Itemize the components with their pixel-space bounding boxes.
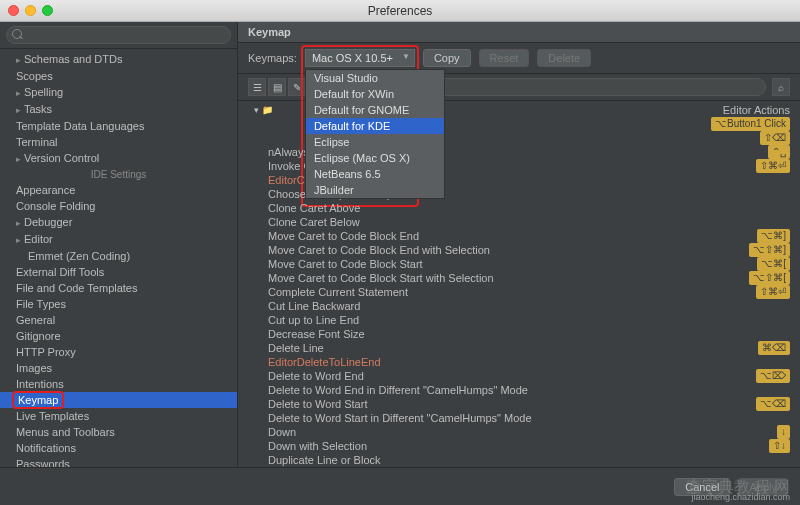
shortcut-badge: ⇧⌫ — [760, 131, 790, 145]
tree-item-emmet-zen-coding-[interactable]: Emmet (Zen Coding) — [0, 248, 237, 264]
tree-item-menus-and-toolbars[interactable]: Menus and Toolbars — [0, 424, 237, 440]
tree-item-intentions[interactable]: Intentions — [0, 376, 237, 392]
tree-item-file-and-code-templates[interactable]: File and Code Templates — [0, 280, 237, 296]
action-name: Duplicate Line or Block — [268, 453, 381, 467]
tree-item-live-templates[interactable]: Live Templates — [0, 408, 237, 424]
action-row[interactable]: Delete to Word Start⌥⌫ — [238, 397, 800, 411]
shortcut-badge: ⌥Button1 Click — [711, 117, 790, 131]
shortcut-badge: ⌥⌫ — [756, 397, 790, 411]
dropdown-item[interactable]: Eclipse — [306, 134, 444, 150]
action-name: Cut Line Backward — [268, 299, 360, 313]
copy-button[interactable]: Copy — [423, 49, 471, 67]
tree-item-notifications[interactable]: Notifications — [0, 440, 237, 456]
shortcut-badge: ⌥⌦ — [756, 369, 790, 383]
keymap-dropdown[interactable]: Visual StudioDefault for XWinDefault for… — [305, 69, 445, 199]
shortcut-badge: ⌥⌘[ — [757, 257, 790, 271]
action-row[interactable]: Delete to Word End in Different "CamelHu… — [238, 383, 800, 397]
sidebar-search-input[interactable] — [6, 26, 231, 44]
action-row[interactable]: Delete Line⌘⌫ — [238, 341, 800, 355]
action-name: Clone Caret Below — [268, 215, 360, 229]
tree-item-file-types[interactable]: File Types — [0, 296, 237, 312]
reset-button: Reset — [479, 49, 530, 67]
tree-item-gitignore[interactable]: Gitignore — [0, 328, 237, 344]
action-search-input[interactable] — [392, 78, 766, 96]
keymaps-label: Keymaps: — [248, 52, 297, 64]
shortcut-badge: ⇧⌘⏎ — [756, 159, 790, 173]
action-name: Down with Selection — [268, 439, 367, 453]
watermark: 查字典教 程 网 jiaocheng.chazidian.com — [686, 481, 790, 503]
action-name: Down — [268, 425, 296, 439]
tree-item-images[interactable]: Images — [0, 360, 237, 376]
settings-tree[interactable]: Schemas and DTDsScopesSpellingTasksTempl… — [0, 49, 237, 467]
tree-item-debugger[interactable]: Debugger — [0, 214, 237, 231]
shortcut-badge: ⌃␣ — [768, 145, 790, 159]
action-row[interactable]: EditorDeleteToLineEnd — [238, 355, 800, 369]
action-row[interactable]: Complete Current Statement⇧⌘⏎ — [238, 285, 800, 299]
action-row[interactable]: Decrease Font Size — [238, 327, 800, 341]
action-name: Move Caret to Code Block Start with Sele… — [268, 271, 494, 285]
find-shortcut-icon[interactable]: ⌕ — [772, 78, 790, 96]
tree-item-console-folding[interactable]: Console Folding — [0, 198, 237, 214]
action-row[interactable]: Clone Caret Below — [238, 215, 800, 229]
action-name: Complete Current Statement — [268, 285, 408, 299]
tree-item-terminal[interactable]: Terminal — [0, 134, 237, 150]
tree-item-external-diff-tools[interactable]: External Diff Tools — [0, 264, 237, 280]
filter-icons: ☰ ▤ ✎ — [248, 78, 306, 96]
footer: Cancel Apply 查字典教 程 网 jiaocheng.chazidia… — [0, 467, 800, 505]
tree-item-tasks[interactable]: Tasks — [0, 101, 237, 118]
dropdown-item[interactable]: Eclipse (Mac OS X) — [306, 150, 444, 166]
dropdown-item[interactable]: JBuilder — [306, 182, 444, 198]
sidebar-search-row — [0, 22, 237, 49]
action-row[interactable]: Clone Caret Above — [238, 201, 800, 215]
tree-item-spelling[interactable]: Spelling — [0, 84, 237, 101]
main-area: Schemas and DTDsScopesSpellingTasksTempl… — [0, 22, 800, 467]
tree-item-schemas-and-dtds[interactable]: Schemas and DTDs — [0, 51, 237, 68]
collapse-icon[interactable]: ▤ — [268, 78, 286, 96]
tree-item-version-control[interactable]: Version Control — [0, 150, 237, 167]
action-row[interactable]: Move Caret to Code Block Start⌥⌘[ — [238, 257, 800, 271]
tree-item-template-data-languages[interactable]: Template Data Languages — [0, 118, 237, 134]
action-row[interactable]: Cut Line Backward — [238, 299, 800, 313]
shortcut-badge: ⇧⌘⏎ — [756, 285, 790, 299]
delete-button: Delete — [537, 49, 591, 67]
action-name: Delete to Word Start — [268, 397, 367, 411]
watermark-big: 查字典教 程 网 — [686, 481, 790, 492]
dropdown-item[interactable]: Default for KDE — [306, 118, 444, 134]
action-row[interactable]: Delete to Word End⌥⌦ — [238, 369, 800, 383]
tree-item-passwords[interactable]: Passwords — [0, 456, 237, 467]
keymap-select-wrap: Mac OS X 10.5+ Visual StudioDefault for … — [305, 49, 415, 67]
action-row[interactable]: Move Caret to Code Block End with Select… — [238, 243, 800, 257]
keymap-select[interactable]: Mac OS X 10.5+ — [305, 49, 415, 67]
tree-item-keymap[interactable]: Keymap — [0, 392, 237, 408]
action-row[interactable]: Delete to Word Start in Different "Camel… — [238, 411, 800, 425]
content-title: Keymap — [238, 22, 800, 43]
content-panel: Keymap Keymaps: Mac OS X 10.5+ Visual St… — [238, 22, 800, 467]
dropdown-item[interactable]: NetBeans 6.5 — [306, 166, 444, 182]
tree-item-general[interactable]: General — [0, 312, 237, 328]
action-row[interactable]: Duplicate Line or Block — [238, 453, 800, 467]
dropdown-item[interactable]: Visual Studio — [306, 70, 444, 86]
action-name: Move Caret to Code Block End with Select… — [268, 243, 490, 257]
shortcut-badge: ⌘⌫ — [758, 341, 790, 355]
action-search-wrap — [392, 78, 766, 96]
action-name: Cut up to Line End — [268, 313, 359, 327]
tree-item-editor[interactable]: Editor — [0, 231, 237, 248]
dropdown-item[interactable]: Default for GNOME — [306, 102, 444, 118]
dropdown-item[interactable]: Default for XWin — [306, 86, 444, 102]
tree-item-appearance[interactable]: Appearance — [0, 182, 237, 198]
action-name: Delete to Word End in Different "CamelHu… — [268, 383, 528, 397]
edit-shortcut-icon[interactable]: ✎ — [288, 78, 306, 96]
action-row[interactable]: Move Caret to Code Block Start with Sele… — [238, 271, 800, 285]
tree-item-http-proxy[interactable]: HTTP Proxy — [0, 344, 237, 360]
action-name: Delete Line — [268, 341, 324, 355]
window-title: Preferences — [0, 4, 800, 18]
action-row[interactable]: Move Caret to Code Block End⌥⌘] — [238, 229, 800, 243]
action-row[interactable]: Down with Selection⇧↓ — [238, 439, 800, 453]
expand-icon[interactable]: ☰ — [248, 78, 266, 96]
action-name: Move Caret to Code Block Start — [268, 257, 423, 271]
action-row[interactable]: Down↓ — [238, 425, 800, 439]
titlebar: Preferences — [0, 0, 800, 22]
action-row[interactable]: Cut up to Line End — [238, 313, 800, 327]
tree-item-scopes[interactable]: Scopes — [0, 68, 237, 84]
action-name: Decrease Font Size — [268, 327, 365, 341]
